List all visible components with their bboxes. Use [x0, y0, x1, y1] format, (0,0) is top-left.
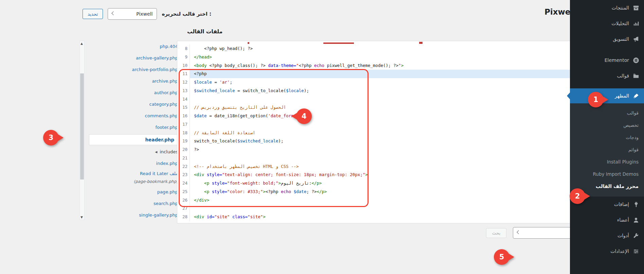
file-item[interactable]: 404.php — [89, 41, 178, 52]
file-item[interactable]: archive-gallery.php — [89, 52, 178, 64]
sidebar-item-templates-folder[interactable]: قوالب — [570, 68, 644, 84]
submenu-item[interactable]: محرر ملف القالب — [570, 180, 644, 192]
code-line-28[interactable]: 28<div id="site" class="site"> — [177, 213, 628, 221]
file-link: footer.php — [155, 125, 178, 130]
file-item[interactable]: author.php — [89, 87, 178, 99]
code-line-25[interactable]: 25 <p style="color: #333;"><?php echo $d… — [177, 188, 628, 196]
file-item-active[interactable]: header.php — [89, 134, 178, 145]
file-item[interactable]: archive-portfolio.php — [89, 64, 178, 75]
line-number: 27 — [177, 204, 190, 213]
theme-select-dropdown[interactable]: Pixwell — [108, 8, 157, 20]
line-number: 12 — [177, 78, 190, 87]
sidebar-item-elementor[interactable]: Elementor — [570, 52, 644, 68]
line-number: 23 — [177, 171, 190, 179]
file-item[interactable]: archive.php — [89, 75, 178, 87]
code-line-22[interactable]: 22<!-- تخصيص المظهر باستخدام HTML و CSS … — [177, 162, 628, 171]
submenu-item[interactable]: قوالب — [570, 107, 644, 119]
file-item[interactable]: category.php — [89, 99, 178, 110]
sidebar-separator — [570, 84, 644, 88]
active-file-link[interactable]: header.php — [145, 137, 175, 142]
scroll-down-icon[interactable]: ▼ — [80, 216, 83, 219]
sidebar-item-label: المنتجات — [612, 5, 629, 11]
code-line-27[interactable]: 27 — [177, 204, 628, 213]
theme-file-browser: ▲ ▼ 404.phparchive-gallery.phparchive-po… — [79, 41, 178, 221]
code-line-content: <p style="font-weight: bold;">تاريخ اليو… — [190, 179, 628, 188]
users-icon — [632, 217, 639, 223]
file-link: ملف Read it Later — [140, 171, 178, 176]
filelist-scrollbar[interactable]: ▲ ▼ — [79, 41, 85, 220]
code-line-16[interactable]: 16$date = date_i18n(get_option('date_for… — [177, 112, 628, 120]
code-line-9[interactable]: 9</head> — [177, 53, 628, 62]
line-number: 22 — [177, 162, 190, 171]
code-line-content — [190, 95, 628, 104]
code-line-content: <?php — [190, 70, 628, 78]
code-line-content: // الحصول على التاريخ بتنسيق وردبريس — [190, 103, 628, 112]
templates-folder-icon — [632, 72, 639, 79]
theme-selector-row: تحديد Pixwell اختر قالب لتحريره : — [83, 8, 211, 20]
file-item[interactable]: page.php — [89, 186, 178, 198]
lookup-button[interactable]: بحث — [486, 228, 506, 238]
code-line-content: $date = date_i18n(get_option('date_forma… — [190, 112, 628, 120]
appearance-submenu: قوالبتخصيصودجاتقوائمInstall PluginsRuby … — [570, 103, 644, 196]
code-line-26[interactable]: 26</div> — [177, 196, 628, 205]
sidebar-item-plugins[interactable]: إضافات — [570, 196, 644, 212]
submenu-item[interactable]: تخصيص — [570, 119, 644, 131]
folder-label: includes — [160, 146, 178, 158]
sidebar-item-tools[interactable]: أدوات — [570, 228, 644, 243]
code-line-content: <body <?php body_class(); ?> data-theme=… — [190, 62, 628, 70]
code-line-content — [190, 154, 628, 162]
file-item[interactable]: search.php — [89, 198, 178, 209]
select-theme-button[interactable]: تحديد — [83, 9, 103, 19]
file-item[interactable]: index.php — [89, 158, 178, 169]
code-line-12[interactable]: 12$locale = 'ar'; — [177, 78, 628, 87]
scroll-up-icon[interactable]: ▲ — [80, 42, 83, 45]
code-line-19[interactable]: 19switch_to_locale($switched_locale); — [177, 137, 628, 145]
sidebar-item-label: قوالب — [617, 73, 629, 79]
code-line-21[interactable]: 21 — [177, 154, 628, 162]
submenu-item[interactable]: ودجات — [570, 131, 644, 143]
line-number: 15 — [177, 103, 190, 112]
code-line-content: $switched_locale = switch_to_locale($loc… — [190, 87, 628, 95]
submenu-item[interactable]: Install Plugins — [570, 156, 644, 168]
sidebar-item-label: التسويق — [613, 36, 629, 42]
code-line-18[interactable]: 18// استعادة اللغة السابقة — [177, 129, 628, 137]
clipped-line-fragment — [248, 42, 249, 44]
sidebar-item-marketing-megaphone[interactable]: التسويق — [570, 31, 644, 47]
submenu-item[interactable]: قوائم — [570, 143, 644, 156]
sidebar-item-appearance[interactable]: المظهر — [570, 88, 644, 103]
file-link: author.php — [154, 90, 178, 95]
file-item[interactable]: comments.php — [89, 110, 178, 122]
code-line-14[interactable]: 14 — [177, 95, 628, 104]
line-number: 8 — [177, 45, 190, 53]
line-number: 28 — [177, 213, 190, 221]
code-line-11[interactable]: 11<?php — [177, 70, 628, 78]
file-item[interactable]: single-gallery.php — [89, 209, 178, 221]
submenu-item[interactable]: Ruby Import Demos — [570, 168, 644, 180]
file-item[interactable]: footer.php — [89, 122, 178, 133]
annotation-badge-3: 3 — [43, 130, 59, 145]
clipped-line-fragment — [419, 42, 423, 44]
code-line-13[interactable]: 13$switched_locale = switch_to_locale($l… — [177, 87, 628, 95]
code-line-23[interactable]: 23<div style="text-align: center; font-s… — [177, 171, 628, 179]
sidebar-item-settings[interactable]: الإعدادات — [570, 243, 644, 259]
code-line-17[interactable]: 17 — [177, 120, 628, 129]
analytics-icon — [632, 20, 639, 27]
sidebar-item-products-box[interactable]: المنتجات — [570, 0, 644, 16]
file-folder-includes[interactable]: includes◀ — [89, 146, 178, 158]
settings-icon — [632, 248, 639, 255]
scrollbar-thumb[interactable] — [80, 73, 84, 179]
code-line-content — [190, 204, 628, 213]
line-number: 17 — [177, 120, 190, 129]
code-line-24[interactable]: 24 <p style="font-weight: bold;">تاريخ ا… — [177, 179, 628, 188]
file-item[interactable]: ملف Read it Later — [89, 169, 178, 178]
code-line-15[interactable]: 15// الحصول على التاريخ بتنسيق وردبريس — [177, 103, 628, 112]
line-number: 18 — [177, 129, 190, 137]
code-line-20[interactable]: 20?> — [177, 145, 628, 154]
code-line-10[interactable]: 10<body <?php body_class(); ?> data-them… — [177, 62, 628, 70]
sidebar-item-users[interactable]: أعضاء — [570, 212, 644, 228]
tools-icon — [632, 232, 639, 239]
clipped-line-fragment — [323, 42, 354, 44]
code-editor[interactable]: 8 <?php wp_head(); ?>9</head>10<body <?p… — [177, 41, 634, 223]
code-line-8[interactable]: 8 <?php wp_head(); ?> — [177, 45, 628, 53]
sidebar-item-analytics[interactable]: التحليلات — [570, 16, 644, 31]
